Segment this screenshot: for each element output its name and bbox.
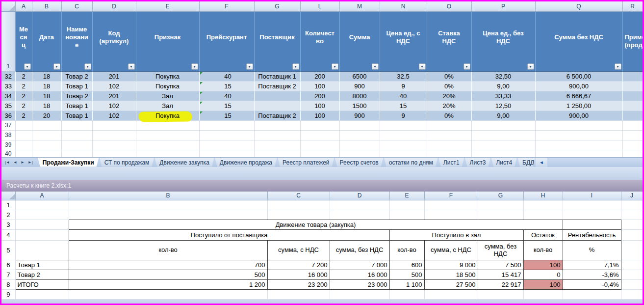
- column-header[interactable]: Q: [535, 1, 622, 11]
- subheader-cell[interactable]: %: [563, 241, 621, 260]
- cell[interactable]: [478, 290, 523, 300]
- row-header[interactable]: 36: [1, 111, 15, 120]
- subheader-cell[interactable]: кол-во: [389, 241, 424, 260]
- row-label[interactable]: Товар 1: [15, 260, 69, 270]
- row-header[interactable]: 1: [1, 200, 15, 210]
- row-header[interactable]: 35: [1, 101, 15, 111]
- table-column-header[interactable]: Сумма без НДС▼: [535, 11, 622, 71]
- cell[interactable]: [61, 140, 92, 150]
- cell[interactable]: 900,00: [535, 111, 622, 120]
- cell[interactable]: [427, 130, 471, 140]
- cell[interactable]: [535, 130, 622, 140]
- cell[interactable]: Поставщик 2: [254, 111, 300, 120]
- cell[interactable]: 201: [92, 71, 136, 81]
- tab-scroll-icon[interactable]: ◄: [536, 158, 547, 167]
- subheader-cell[interactable]: кол-во: [69, 241, 267, 260]
- row-header[interactable]: 6: [1, 260, 15, 270]
- cell[interactable]: 102: [92, 81, 136, 91]
- cell-highlighted[interactable]: 100: [523, 260, 563, 270]
- cell[interactable]: 32,50: [471, 71, 535, 81]
- cell[interactable]: [32, 140, 61, 150]
- row-header[interactable]: 5: [1, 241, 15, 260]
- column-header[interactable]: J: [621, 192, 643, 200]
- cell[interactable]: [199, 150, 254, 157]
- autofilter-button[interactable]: ▼: [332, 63, 338, 70]
- row-label[interactable]: Товар 2: [15, 270, 69, 280]
- cell[interactable]: 16 000: [330, 270, 389, 280]
- cell[interactable]: -0,4%: [563, 280, 621, 290]
- cell[interactable]: [300, 130, 339, 140]
- cell[interactable]: 18: [32, 101, 61, 111]
- table-column-header[interactable]: Дата▼: [32, 11, 61, 71]
- cell[interactable]: -3,6%: [563, 270, 621, 280]
- autofilter-button[interactable]: ▼: [24, 63, 31, 70]
- cell[interactable]: 18: [32, 71, 61, 81]
- row-header[interactable]: 2: [1, 210, 15, 220]
- cell[interactable]: 100: [300, 111, 339, 120]
- sheet-tab[interactable]: Лист3: [465, 158, 491, 167]
- column-header[interactable]: G: [254, 1, 300, 11]
- sheet-tab[interactable]: БДД: [517, 158, 535, 167]
- cell[interactable]: 0%: [427, 111, 471, 120]
- cell[interactable]: [427, 140, 471, 150]
- sheet-tab[interactable]: Реестр платежей: [278, 158, 335, 167]
- autofilter-button[interactable]: ▼: [372, 63, 379, 70]
- autofilter-button[interactable]: ▼: [84, 63, 91, 70]
- cell[interactable]: [15, 150, 32, 157]
- cell[interactable]: [15, 130, 32, 140]
- cell[interactable]: 27 500: [424, 280, 478, 290]
- column-header[interactable]: D: [330, 192, 389, 200]
- cell[interactable]: 6 500,00: [535, 71, 622, 81]
- cell[interactable]: [471, 130, 535, 140]
- column-header[interactable]: P: [471, 1, 535, 11]
- cell[interactable]: 1 200: [69, 280, 267, 290]
- cell[interactable]: 7 000: [330, 260, 389, 270]
- cell[interactable]: [254, 140, 300, 150]
- cell[interactable]: 23 000: [330, 280, 389, 290]
- cell[interactable]: [15, 140, 32, 150]
- cell[interactable]: [380, 130, 427, 140]
- column-header[interactable]: M: [339, 1, 380, 11]
- cell[interactable]: [535, 120, 622, 130]
- cell[interactable]: [523, 290, 563, 300]
- cell[interactable]: [15, 230, 69, 241]
- cell[interactable]: [380, 120, 427, 130]
- subheader-cell[interactable]: сумма, без НДС: [478, 241, 523, 260]
- cell[interactable]: 900,00: [535, 81, 622, 91]
- table-column-header[interactable]: Наименование▼: [61, 11, 92, 71]
- cell[interactable]: [621, 270, 643, 280]
- cell[interactable]: 6 666,67: [535, 91, 622, 101]
- cell[interactable]: [563, 290, 621, 300]
- cell[interactable]: 9 000: [424, 260, 478, 270]
- cell[interactable]: [621, 290, 643, 300]
- cell[interactable]: Зал: [136, 91, 199, 101]
- cell[interactable]: [330, 210, 389, 220]
- sheet-tab[interactable]: СТ по продажам: [100, 158, 155, 167]
- row-header[interactable]: 7: [1, 270, 15, 280]
- cell[interactable]: [15, 200, 69, 210]
- cell[interactable]: [478, 210, 523, 220]
- table-column-header[interactable]: Поставщик▼: [254, 11, 300, 71]
- autofilter-button[interactable]: ▼: [53, 63, 60, 70]
- autofilter-button[interactable]: ▼: [464, 63, 470, 70]
- cell[interactable]: [622, 71, 643, 81]
- cell[interactable]: [15, 120, 32, 130]
- column-header[interactable]: N: [380, 1, 427, 11]
- cell[interactable]: [535, 140, 622, 150]
- row-header[interactable]: 33: [1, 81, 15, 91]
- cell[interactable]: [622, 130, 643, 140]
- cell[interactable]: Поставщик 2: [254, 81, 300, 91]
- cell[interactable]: [92, 130, 136, 140]
- table-column-header[interactable]: Сумма▼: [339, 11, 380, 71]
- cell[interactable]: 12,50: [471, 101, 535, 111]
- cell[interactable]: [621, 200, 643, 210]
- cell[interactable]: 500: [389, 270, 424, 280]
- cell[interactable]: [300, 120, 339, 130]
- cell[interactable]: [339, 150, 380, 157]
- cell[interactable]: [199, 140, 254, 150]
- cell[interactable]: [69, 290, 267, 300]
- table-column-header[interactable]: Признак▼: [136, 11, 199, 71]
- cell[interactable]: Зал: [136, 101, 199, 111]
- table-column-header[interactable]: Примечание (продажа): [622, 11, 643, 71]
- row-header[interactable]: 8: [1, 280, 15, 290]
